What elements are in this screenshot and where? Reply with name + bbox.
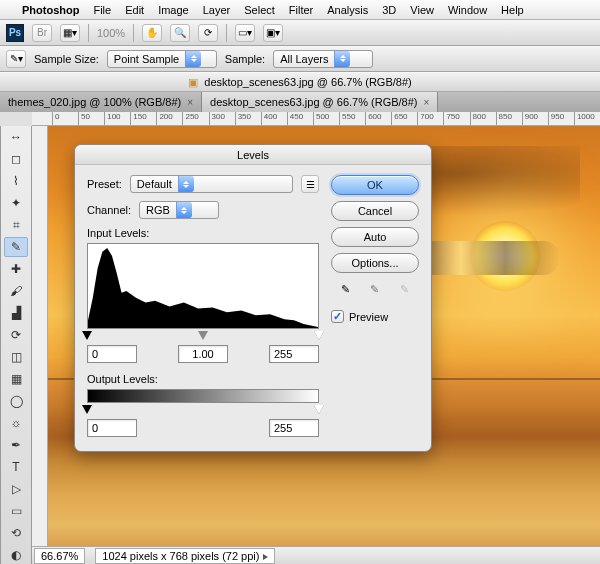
close-icon[interactable]: ×: [187, 97, 193, 108]
document-info[interactable]: 1024 pixels x 768 pixels (72 ppi): [95, 548, 275, 564]
pen-tool[interactable]: ✒: [4, 435, 28, 455]
eyedropper-preset-icon[interactable]: ✎▾: [6, 50, 26, 68]
ruler-tick: 200: [156, 112, 182, 125]
zoom-tool-button[interactable]: 🔍: [170, 24, 190, 42]
output-black-field[interactable]: [87, 419, 137, 437]
gray-point-eyedropper-icon[interactable]: ✎: [370, 283, 379, 296]
ruler-tick: 950: [548, 112, 574, 125]
ruler-tick: 800: [470, 112, 496, 125]
input-slider[interactable]: [87, 331, 319, 341]
dialog-title[interactable]: Levels: [75, 145, 431, 165]
ruler-tick: 300: [209, 112, 235, 125]
arrange-documents-button[interactable]: ▭▾: [235, 24, 255, 42]
output-white-handle[interactable]: [314, 405, 324, 414]
3d-orbit-tool[interactable]: ◐: [4, 545, 28, 564]
eraser-tool[interactable]: ◫: [4, 347, 28, 367]
midtone-slider-handle[interactable]: [198, 331, 208, 340]
healing-tool[interactable]: ✚: [4, 259, 28, 279]
output-levels-label: Output Levels:: [87, 373, 319, 385]
preview-checkbox[interactable]: ✓: [331, 310, 344, 323]
black-point-eyedropper-icon[interactable]: ✎: [341, 283, 350, 296]
app-name[interactable]: Photoshop: [22, 4, 79, 16]
preview-label[interactable]: Preview: [349, 311, 388, 323]
horizontal-ruler[interactable]: 0501001502002503003504004505005506006507…: [32, 112, 600, 126]
type-tool[interactable]: T: [4, 457, 28, 477]
document-tab[interactable]: themes_020.jpg @ 100% (RGB/8#) ×: [0, 92, 202, 112]
lasso-tool[interactable]: ⌇: [4, 171, 28, 191]
vertical-ruler[interactable]: [32, 126, 48, 546]
3d-rotate-tool[interactable]: ⟲: [4, 523, 28, 543]
history-brush-tool[interactable]: ⟳: [4, 325, 28, 345]
menu-select[interactable]: Select: [244, 4, 275, 16]
brush-tool[interactable]: 🖌: [4, 281, 28, 301]
gradient-tool[interactable]: ▦: [4, 369, 28, 389]
path-select-tool[interactable]: ▷: [4, 479, 28, 499]
input-white-field[interactable]: [269, 345, 319, 363]
tab-label: desktop_scenes63.jpg @ 66.7% (RGB/8#): [210, 96, 417, 108]
ruler-tick: 250: [182, 112, 208, 125]
chevron-right-icon[interactable]: [263, 550, 268, 562]
ruler-tick: 550: [339, 112, 365, 125]
histogram[interactable]: [87, 243, 319, 329]
preset-select[interactable]: Default: [130, 175, 293, 193]
hand-tool-button[interactable]: ✋: [142, 24, 162, 42]
input-black-field[interactable]: [87, 345, 137, 363]
ok-button[interactable]: OK: [331, 175, 419, 195]
output-white-field[interactable]: [269, 419, 319, 437]
document-tab[interactable]: desktop_scenes63.jpg @ 66.7% (RGB/8#) ×: [202, 92, 438, 112]
output-slider[interactable]: [87, 405, 319, 415]
channel-label: Channel:: [87, 204, 131, 216]
view-extras-button[interactable]: ▦▾: [60, 24, 80, 42]
move-tool[interactable]: ↔: [4, 127, 28, 147]
close-icon[interactable]: ×: [424, 97, 430, 108]
zoom-level[interactable]: 100%: [97, 27, 125, 39]
auto-button[interactable]: Auto: [331, 227, 419, 247]
wand-tool[interactable]: ✦: [4, 193, 28, 213]
status-bar: 66.67% 1024 pixels x 768 pixels (72 ppi): [0, 546, 600, 564]
menu-3d[interactable]: 3D: [382, 4, 396, 16]
screen-mode-button[interactable]: ▣▾: [263, 24, 283, 42]
shadow-slider-handle[interactable]: [82, 331, 92, 340]
menu-analysis[interactable]: Analysis: [327, 4, 368, 16]
menu-file[interactable]: File: [93, 4, 111, 16]
preset-label: Preset:: [87, 178, 122, 190]
stamp-tool[interactable]: ▟: [4, 303, 28, 323]
photoshop-logo-icon: Ps: [6, 24, 24, 42]
crop-tool[interactable]: ⌗: [4, 215, 28, 235]
folder-icon: ▣: [188, 76, 198, 89]
workspace: ↔◻⌇✦⌗✎✚🖌▟⟳◫▦◯☼✒T▷▭⟲◐✋🔍 Levels Preset: De…: [0, 126, 600, 546]
options-button[interactable]: Options...: [331, 253, 419, 273]
bridge-button[interactable]: Br: [32, 24, 52, 42]
output-gradient[interactable]: [87, 389, 319, 403]
sample-size-select[interactable]: Point Sample: [107, 50, 217, 68]
ruler-tick: 150: [130, 112, 156, 125]
menu-help[interactable]: Help: [501, 4, 524, 16]
blur-tool[interactable]: ◯: [4, 391, 28, 411]
menu-filter[interactable]: Filter: [289, 4, 313, 16]
ruler-tick: 0: [52, 112, 78, 125]
channel-select[interactable]: RGB: [139, 201, 219, 219]
document-title-bar: ▣ desktop_scenes63.jpg @ 66.7% (RGB/8#): [0, 72, 600, 92]
eyedropper-tool[interactable]: ✎: [4, 237, 28, 257]
application-bar: Ps Br ▦▾ 100% ✋ 🔍 ⟳ ▭▾ ▣▾: [0, 20, 600, 46]
menu-view[interactable]: View: [410, 4, 434, 16]
ruler-tick: 900: [522, 112, 548, 125]
ruler-tick: 400: [261, 112, 287, 125]
menu-layer[interactable]: Layer: [203, 4, 231, 16]
cancel-button[interactable]: Cancel: [331, 201, 419, 221]
highlight-slider-handle[interactable]: [314, 331, 324, 340]
sample-layers-select[interactable]: All Layers: [273, 50, 373, 68]
output-black-handle[interactable]: [82, 405, 92, 414]
shape-tool[interactable]: ▭: [4, 501, 28, 521]
menu-edit[interactable]: Edit: [125, 4, 144, 16]
ruler-tick: 500: [313, 112, 339, 125]
rotate-view-button[interactable]: ⟳: [198, 24, 218, 42]
input-gamma-field[interactable]: [178, 345, 228, 363]
marquee-tool[interactable]: ◻: [4, 149, 28, 169]
menu-image[interactable]: Image: [158, 4, 189, 16]
white-point-eyedropper-icon[interactable]: ✎: [400, 283, 409, 296]
zoom-percentage[interactable]: 66.67%: [34, 548, 85, 564]
dodge-tool[interactable]: ☼: [4, 413, 28, 433]
menu-window[interactable]: Window: [448, 4, 487, 16]
preset-menu-icon[interactable]: ☰: [301, 175, 319, 193]
